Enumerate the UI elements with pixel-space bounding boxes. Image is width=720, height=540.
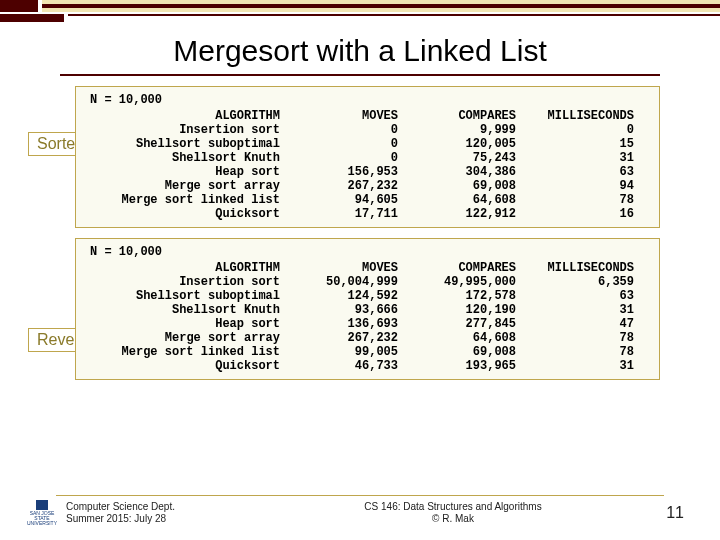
cell-ms: 31 (516, 151, 634, 165)
cell-alg: Shellsort Knuth (90, 303, 280, 317)
cell-cmp: 64,608 (398, 331, 516, 345)
title-underline (60, 74, 660, 76)
table-row: Insertion sort50,004,99949,995,0006,359 (90, 275, 649, 289)
cell-ms: 78 (516, 331, 634, 345)
cell-alg: Quicksort (90, 207, 280, 221)
n-line-sorted: N = 10,000 (90, 93, 649, 107)
cell-alg: Quicksort (90, 359, 280, 373)
cell-cmp: 49,995,000 (398, 275, 516, 289)
cell-mov: 17,711 (280, 207, 398, 221)
cell-cmp: 9,999 (398, 123, 516, 137)
col-header-algorithm: ALGORITHM (90, 261, 280, 275)
footer-divider (56, 495, 664, 496)
cell-mov: 136,693 (280, 317, 398, 331)
table-row: Heap sort156,953304,38663 (90, 165, 649, 179)
header-row: ALGORITHM MOVES COMPARES MILLISECONDS (90, 261, 649, 275)
table-row: Merge sort array267,23264,60878 (90, 331, 649, 345)
col-header-compares: COMPARES (398, 261, 516, 275)
col-header-algorithm: ALGORITHM (90, 109, 280, 123)
cell-ms: 0 (516, 123, 634, 137)
cell-ms: 47 (516, 317, 634, 331)
cell-ms: 94 (516, 179, 634, 193)
cell-mov: 46,733 (280, 359, 398, 373)
cell-alg: Insertion sort (90, 275, 280, 289)
cell-mov: 124,592 (280, 289, 398, 303)
cell-cmp: 122,912 (398, 207, 516, 221)
cell-cmp: 304,386 (398, 165, 516, 179)
cell-cmp: 69,008 (398, 345, 516, 359)
cell-mov: 50,004,999 (280, 275, 398, 289)
page-title: Mergesort with a Linked List (0, 34, 720, 68)
cell-mov: 267,232 (280, 331, 398, 345)
footer-author: © R. Mak (246, 513, 660, 525)
cell-cmp: 277,845 (398, 317, 516, 331)
cell-alg: Merge sort linked list (90, 345, 280, 359)
databox-reverse: N = 10,000 ALGORITHM MOVES COMPARES MILL… (75, 238, 660, 380)
cell-ms: 31 (516, 303, 634, 317)
table-row: Shellsort Knuth075,24331 (90, 151, 649, 165)
cell-alg: Shellsort Knuth (90, 151, 280, 165)
footer-left: Computer Science Dept. Summer 2015: July… (66, 501, 246, 525)
col-header-milliseconds: MILLISECONDS (516, 261, 634, 275)
cell-ms: 78 (516, 193, 634, 207)
table-row: Quicksort46,733193,96531 (90, 359, 649, 373)
cell-cmp: 172,578 (398, 289, 516, 303)
col-header-moves: MOVES (280, 109, 398, 123)
cell-ms: 63 (516, 289, 634, 303)
table-row: Quicksort17,711122,91216 (90, 207, 649, 221)
col-header-milliseconds: MILLISECONDS (516, 109, 634, 123)
cell-alg: Merge sort linked list (90, 193, 280, 207)
table-row: Merge sort linked list94,60564,60878 (90, 193, 649, 207)
table-row: Shellsort suboptimal124,592172,57863 (90, 289, 649, 303)
cell-cmp: 75,243 (398, 151, 516, 165)
cell-ms: 63 (516, 165, 634, 179)
cell-ms: 78 (516, 345, 634, 359)
cell-mov: 156,953 (280, 165, 398, 179)
cell-mov: 0 (280, 137, 398, 151)
cell-mov: 93,666 (280, 303, 398, 317)
footer-page: 11 (660, 504, 720, 522)
footer: SAN JOSE STATE UNIVERSITY Computer Scien… (0, 500, 720, 526)
cell-cmp: 193,965 (398, 359, 516, 373)
footer-center: CS 146: Data Structures and Algorithms ©… (246, 501, 660, 525)
col-header-moves: MOVES (280, 261, 398, 275)
cell-ms: 15 (516, 137, 634, 151)
cell-mov: 94,605 (280, 193, 398, 207)
footer-course: CS 146: Data Structures and Algorithms (246, 501, 660, 513)
cell-ms: 31 (516, 359, 634, 373)
cell-ms: 6,359 (516, 275, 634, 289)
footer-dept: Computer Science Dept. (66, 501, 246, 513)
cell-cmp: 120,190 (398, 303, 516, 317)
cell-mov: 0 (280, 123, 398, 137)
cell-cmp: 120,005 (398, 137, 516, 151)
cell-alg: Heap sort (90, 317, 280, 331)
univ-line2: UNIVERSITY (27, 521, 57, 526)
footer-term: Summer 2015: July 28 (66, 513, 246, 525)
n-line-reverse: N = 10,000 (90, 245, 649, 259)
cell-alg: Insertion sort (90, 123, 280, 137)
cell-cmp: 64,608 (398, 193, 516, 207)
cell-mov: 99,005 (280, 345, 398, 359)
cell-alg: Heap sort (90, 165, 280, 179)
university-logo: SAN JOSE STATE UNIVERSITY (28, 500, 56, 526)
table-row: Merge sort array267,23269,00894 (90, 179, 649, 193)
table-row: Shellsort Knuth93,666120,19031 (90, 303, 649, 317)
header-row: ALGORITHM MOVES COMPARES MILLISECONDS (90, 109, 649, 123)
table-row: Insertion sort09,9990 (90, 123, 649, 137)
header-decoration (0, 0, 720, 28)
cell-alg: Merge sort array (90, 179, 280, 193)
cell-cmp: 69,008 (398, 179, 516, 193)
cell-alg: Merge sort array (90, 331, 280, 345)
col-header-compares: COMPARES (398, 109, 516, 123)
table-row: Heap sort136,693277,84547 (90, 317, 649, 331)
cell-mov: 0 (280, 151, 398, 165)
cell-alg: Shellsort suboptimal (90, 137, 280, 151)
cell-ms: 16 (516, 207, 634, 221)
table-row: Shellsort suboptimal0120,00515 (90, 137, 649, 151)
databox-sorted: N = 10,000 ALGORITHM MOVES COMPARES MILL… (75, 86, 660, 228)
table-row: Merge sort linked list99,00569,00878 (90, 345, 649, 359)
cell-mov: 267,232 (280, 179, 398, 193)
cell-alg: Shellsort suboptimal (90, 289, 280, 303)
